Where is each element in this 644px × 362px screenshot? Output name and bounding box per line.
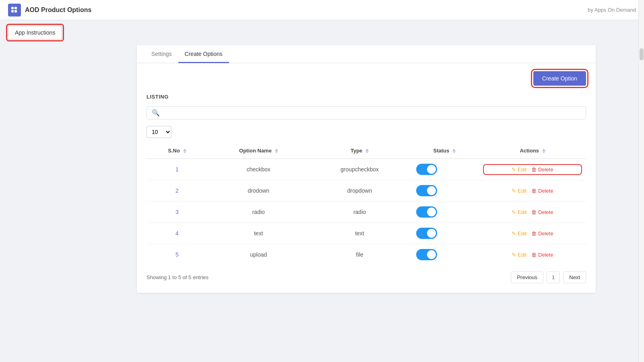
cell-sno: 4 [147, 223, 208, 244]
tab-settings[interactable]: Settings [145, 45, 178, 63]
delete-button[interactable]: 🗑 Delete [531, 188, 553, 194]
cell-type: radio [310, 202, 410, 223]
app-instructions-area: App Instructions [0, 20, 644, 45]
cell-actions: ✎ Edit🗑 Delete [479, 223, 586, 244]
svg-rect-0 [11, 7, 14, 9]
edit-button[interactable]: ✎ Edit [512, 252, 526, 258]
svg-rect-3 [14, 10, 17, 12]
actions-sort-icon [542, 149, 545, 153]
cell-status [410, 202, 479, 223]
status-toggle[interactable] [416, 249, 437, 260]
cell-sno: 2 [147, 180, 208, 202]
cell-option-name: checkbox [208, 159, 310, 180]
listing-label: LISTING [147, 94, 586, 100]
current-page: 1 [547, 272, 560, 283]
sno-sort-icon [183, 149, 186, 153]
delete-button[interactable]: 🗑 Delete [531, 209, 553, 215]
delete-button[interactable]: 🗑 Delete [531, 252, 553, 258]
previous-button[interactable]: Previous [511, 272, 543, 283]
status-toggle[interactable] [416, 206, 437, 218]
cell-type: groupcheckbox [310, 159, 410, 180]
table-footer: Showing 1 to 5 of 5 entries Previous 1 N… [147, 265, 586, 285]
create-option-button[interactable]: Create Option [533, 71, 586, 86]
app-title: AOD Product Options [25, 6, 91, 14]
cell-status [410, 180, 479, 202]
main-content: Settings Create Options Create Option LI… [40, 45, 604, 301]
app-logo-icon [8, 4, 21, 16]
cell-actions: ✎ Edit🗑 Delete [479, 180, 586, 202]
col-actions: Actions [479, 143, 586, 159]
status-toggle[interactable] [416, 185, 437, 196]
create-option-row: Create Option [147, 71, 586, 86]
col-option-name: Option Name [208, 143, 310, 159]
col-sno: S.No [147, 143, 208, 159]
scrollbar-track [638, 0, 644, 362]
search-bar: 🔍 [147, 106, 586, 119]
next-button[interactable]: Next [563, 272, 586, 283]
svg-rect-1 [14, 7, 17, 9]
table-row: 2drodowndropdown✎ Edit🗑 Delete [147, 180, 586, 202]
table-row: 4texttext✎ Edit🗑 Delete [147, 223, 586, 244]
cell-type: dropdown [310, 180, 410, 202]
col-status: Status [410, 143, 479, 159]
status-sort-icon [452, 149, 456, 153]
status-toggle[interactable] [416, 228, 437, 239]
by-text: by Apps On Demand [588, 7, 636, 13]
content-card: Settings Create Options Create Option LI… [137, 45, 596, 293]
tab-create-options[interactable]: Create Options [178, 45, 229, 63]
cell-actions: ✎ Edit🗑 Delete [479, 202, 586, 223]
cell-type: text [310, 223, 410, 244]
data-table: S.No Option Name [147, 143, 586, 265]
status-toggle[interactable] [416, 164, 437, 175]
entries-info: Showing 1 to 5 of 5 entries [147, 274, 208, 280]
pagination: Previous 1 Next [511, 272, 586, 283]
svg-rect-2 [11, 10, 14, 12]
scrollbar-thumb[interactable] [640, 48, 644, 60]
cell-option-name: text [208, 223, 310, 244]
edit-button[interactable]: ✎ Edit [512, 230, 526, 237]
cell-option-name: radio [208, 202, 310, 223]
cell-option-name: upload [208, 244, 310, 265]
table-row: 1checkboxgroupcheckbox✎ Edit🗑 Delete [147, 159, 586, 180]
option-name-sort-icon [275, 149, 278, 153]
cell-type: file [310, 244, 410, 265]
tabs-bar: Settings Create Options [137, 45, 596, 63]
col-type: Type [310, 143, 410, 159]
cell-actions: ✎ Edit🗑 Delete [479, 159, 586, 180]
cell-sno: 5 [147, 244, 208, 265]
table-row: 3radioradio✎ Edit🗑 Delete [147, 202, 586, 223]
edit-button[interactable]: ✎ Edit [512, 188, 526, 194]
cell-sno: 3 [147, 202, 208, 223]
search-icon: 🔍 [152, 109, 160, 117]
cell-option-name: drodown [208, 180, 310, 202]
edit-button[interactable]: ✎ Edit [512, 209, 526, 215]
search-input[interactable] [163, 110, 581, 116]
delete-button[interactable]: 🗑 Delete [531, 167, 553, 173]
cell-status [410, 159, 479, 180]
top-header: AOD Product Options by Apps On Demand [0, 0, 644, 20]
table-row: 5uploadfile✎ Edit🗑 Delete [147, 244, 586, 265]
cell-sno: 1 [147, 159, 208, 180]
tab-content: Create Option LISTING 🔍 10 25 50 100 [137, 63, 596, 293]
delete-button[interactable]: 🗑 Delete [531, 230, 553, 237]
app-title-area: AOD Product Options [8, 4, 91, 16]
per-page-select[interactable]: 10 25 50 100 [147, 126, 171, 138]
cell-status [410, 223, 479, 244]
cell-status [410, 244, 479, 265]
per-page-row: 10 25 50 100 [147, 126, 586, 138]
cell-actions: ✎ Edit🗑 Delete [479, 244, 586, 265]
type-sort-icon [365, 149, 369, 153]
edit-button[interactable]: ✎ Edit [512, 167, 526, 173]
app-instructions-button[interactable]: App Instructions [8, 26, 62, 39]
